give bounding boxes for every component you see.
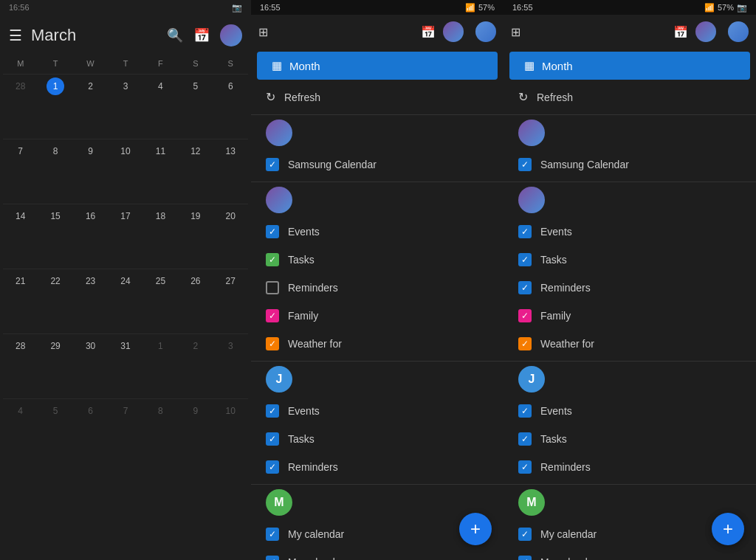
cell-apr2[interactable]: 2	[178, 334, 213, 398]
cell-4[interactable]: 4	[143, 75, 178, 139]
cal-icon-2[interactable]: 📅	[673, 25, 688, 39]
cell-3[interactable]: 3	[108, 75, 142, 139]
weather-item-2[interactable]: ✓ Weather for	[504, 330, 756, 358]
cell-20[interactable]: 20	[213, 204, 248, 269]
cell-15[interactable]: 15	[38, 204, 72, 269]
j-tasks-item-1[interactable]: ✓ Tasks	[251, 425, 504, 453]
cell-2[interactable]: 2	[73, 75, 108, 139]
samsung-checkbox-2[interactable]: ✓	[518, 158, 532, 171]
my-calendar2-checkbox-2[interactable]: ✓	[518, 556, 532, 560]
reminders-item-2[interactable]: ✓ Reminders	[504, 274, 756, 302]
weather-checkbox-1[interactable]: ✓	[266, 337, 279, 350]
cell-28[interactable]: 28	[3, 75, 38, 139]
cell-25[interactable]: 25	[143, 269, 178, 333]
cell-apr7[interactable]: 7	[108, 399, 142, 463]
cell-19[interactable]: 19	[178, 204, 213, 269]
family-item-1[interactable]: ✓ Family	[251, 302, 504, 330]
cell-7[interactable]: 7	[3, 139, 38, 204]
tasks-item-2[interactable]: ✓ Tasks	[504, 246, 756, 274]
j-events-checkbox-1[interactable]: ✓	[266, 404, 279, 418]
cell-27[interactable]: 27	[213, 269, 248, 333]
family-checkbox-1[interactable]: ✓	[266, 309, 279, 322]
events-item-2[interactable]: ✓ Events	[504, 218, 756, 246]
cell-26[interactable]: 26	[178, 269, 213, 333]
j-tasks-checkbox-2[interactable]: ✓	[518, 432, 532, 446]
events-item-1[interactable]: ✓ Events	[251, 218, 504, 246]
cell-14[interactable]: 14	[3, 204, 38, 269]
j-reminders-item-2[interactable]: ✓ Reminders	[504, 453, 756, 481]
avatar-right-2[interactable]	[728, 21, 749, 42]
j-tasks-checkbox-1[interactable]: ✓	[266, 432, 279, 446]
add-event-fab-right[interactable]: +	[712, 513, 744, 545]
my-calendar2-item-1[interactable]: ✓ My calendar	[251, 548, 504, 560]
cell-18[interactable]: 18	[143, 204, 178, 269]
calendar-view-icon[interactable]: 📅	[193, 27, 210, 44]
my-calendar-checkbox-1[interactable]: ✓	[266, 528, 279, 541]
j-reminders-checkbox-2[interactable]: ✓	[518, 460, 532, 474]
family-item-2[interactable]: ✓ Family	[504, 302, 756, 330]
cell-10[interactable]: 10	[108, 139, 142, 204]
month-button-2[interactable]: ▦ Month	[509, 52, 750, 80]
cell-apr9[interactable]: 9	[178, 399, 213, 463]
cell-22[interactable]: 22	[38, 269, 72, 333]
avatar-right-1[interactable]	[695, 21, 716, 42]
cell-17[interactable]: 17	[108, 204, 142, 269]
cell-21[interactable]: 21	[3, 269, 38, 333]
cell-16[interactable]: 16	[73, 204, 108, 269]
cell-12[interactable]: 12	[178, 139, 213, 204]
tasks-item-1[interactable]: ✓ Tasks	[251, 246, 504, 274]
j-events-item-1[interactable]: ✓ Events	[251, 397, 504, 425]
family-checkbox-2[interactable]: ✓	[518, 309, 532, 322]
samsung-checkbox-1[interactable]: ✓	[266, 158, 279, 171]
cell-5[interactable]: 5	[178, 75, 213, 139]
refresh-item-1[interactable]: ↻ Refresh	[251, 83, 504, 111]
samsung-calendar-item-2[interactable]: ✓ Samsung Calendar	[504, 151, 756, 179]
cell-9[interactable]: 9	[73, 139, 108, 204]
reminders-checkbox-1[interactable]	[266, 281, 279, 294]
menu-icon[interactable]: ☰	[9, 27, 22, 44]
tasks-checkbox-1[interactable]: ✓	[266, 253, 279, 266]
refresh-item-2[interactable]: ↻ Refresh	[504, 83, 756, 111]
tasks-checkbox-2[interactable]: ✓	[518, 253, 532, 266]
j-tasks-item-2[interactable]: ✓ Tasks	[504, 425, 756, 453]
cell-1[interactable]: 1	[38, 75, 72, 139]
j-events-checkbox-2[interactable]: ✓	[518, 404, 532, 418]
avatar-mid-2[interactable]	[475, 21, 496, 42]
weather-checkbox-2[interactable]: ✓	[518, 337, 532, 350]
my-calendar-checkbox-2[interactable]: ✓	[518, 528, 532, 541]
avatar[interactable]	[220, 24, 242, 46]
j-reminders-item-1[interactable]: ✓ Reminders	[251, 453, 504, 481]
cal-icon-1[interactable]: 📅	[421, 25, 436, 39]
cell-8[interactable]: 8	[38, 139, 72, 204]
month-button-1[interactable]: ▦ Month	[257, 52, 498, 80]
cell-apr1[interactable]: 1	[143, 334, 178, 398]
cell-apr6[interactable]: 6	[73, 399, 108, 463]
cell-apr10[interactable]: 10	[213, 399, 248, 463]
reminders-item-1[interactable]: Reminders	[251, 274, 504, 302]
avatar-mid-1[interactable]	[443, 21, 464, 42]
cell-31[interactable]: 31	[108, 334, 142, 398]
cell-30[interactable]: 30	[73, 334, 108, 398]
cell-24[interactable]: 24	[108, 269, 142, 333]
j-reminders-checkbox-1[interactable]: ✓	[266, 460, 279, 474]
cell-23[interactable]: 23	[73, 269, 108, 333]
cell-6[interactable]: 6	[213, 75, 248, 139]
cell-apr8[interactable]: 8	[143, 399, 178, 463]
cell-apr3[interactable]: 3	[213, 334, 248, 398]
cell-apr5[interactable]: 5	[38, 399, 72, 463]
samsung-calendar-item-1[interactable]: ✓ Samsung Calendar	[251, 151, 504, 179]
cell-apr4[interactable]: 4	[3, 399, 38, 463]
cell-13[interactable]: 13	[213, 139, 248, 204]
cell-29[interactable]: 29	[38, 334, 72, 398]
weather-item-1[interactable]: ✓ Weather for	[251, 330, 504, 358]
my-calendar2-item-2[interactable]: ✓ My calendar	[504, 548, 756, 560]
my-calendar2-checkbox-1[interactable]: ✓	[266, 556, 279, 560]
cell-28b[interactable]: 28	[3, 334, 38, 398]
cell-11[interactable]: 11	[143, 139, 178, 204]
search-icon[interactable]: 🔍	[167, 27, 183, 44]
add-event-fab-mid[interactable]: +	[459, 513, 492, 545]
events-checkbox-2[interactable]: ✓	[518, 225, 532, 238]
events-checkbox-1[interactable]: ✓	[266, 225, 279, 238]
j-events-item-2[interactable]: ✓ Events	[504, 397, 756, 425]
reminders-checkbox-2[interactable]: ✓	[518, 281, 532, 294]
